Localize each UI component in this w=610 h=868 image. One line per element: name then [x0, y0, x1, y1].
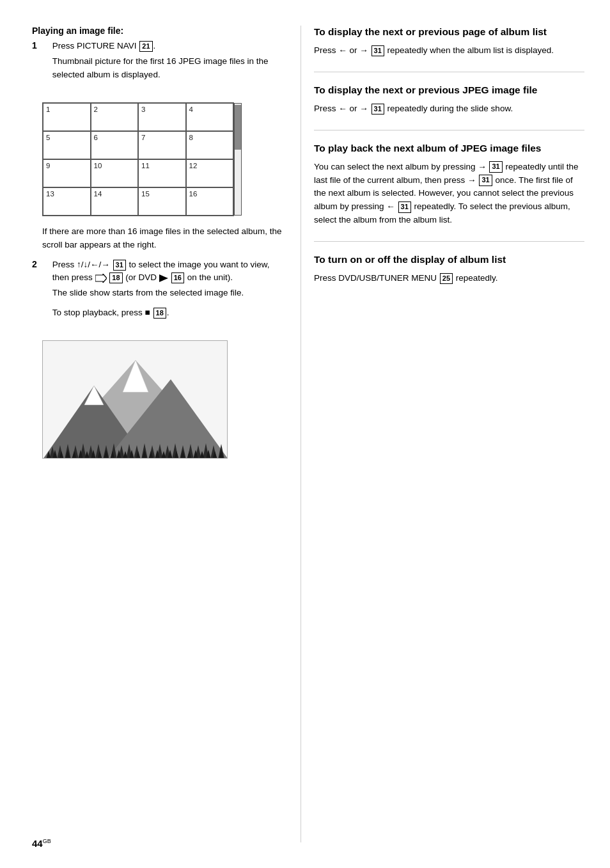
thumb-9: 9 [43, 159, 91, 187]
badge-s2-31: 31 [371, 104, 384, 114]
badge-stop-18: 18 [153, 308, 166, 319]
badge-step2-18: 18 [109, 272, 122, 283]
thumb-14: 14 [91, 187, 139, 216]
scrollbar [234, 103, 242, 216]
step2-text1: Press ↑/↓/←/→ 31 to select the image you… [52, 258, 288, 285]
step1-number: 1 [32, 40, 37, 96]
step2-stop: To stop playback, press ■ 18. [52, 306, 288, 320]
divider-2 [314, 130, 584, 130]
section1-title: To display the next or previous page of … [314, 26, 584, 39]
step1-line1: Press PICTURE NAVI [52, 41, 139, 51]
page-number-sup: GB [43, 838, 51, 844]
section3-body: You can select the next album by pressin… [314, 161, 584, 228]
divider-1 [314, 72, 584, 72]
badge-s4-25: 25 [440, 273, 453, 284]
step1-description: Thumbnail picture for the first 16 JPEG … [52, 55, 288, 82]
page-number: 44GB [32, 838, 51, 849]
section4-title: To turn on or off the display of album l… [314, 253, 584, 267]
svg-marker-1 [159, 274, 168, 282]
thumb-3: 3 [138, 103, 186, 131]
thumb-8: 8 [186, 131, 234, 159]
badge-step2-16: 16 [171, 272, 184, 283]
section-next-album: To play back the next album of JPEG imag… [314, 142, 584, 228]
page-number-value: 44 [32, 838, 43, 849]
divider-3 [314, 241, 584, 242]
badge-s1-31: 31 [371, 45, 384, 56]
thumb-2: 2 [91, 103, 139, 131]
step1-container: 1 Press PICTURE NAVI 21. Thumbnail pictu… [32, 40, 288, 96]
scrollbar-thumb [235, 105, 241, 150]
section2-body: Press ← or → 31 repeatedly during the sl… [314, 102, 584, 116]
thumb-1: 1 [43, 103, 91, 131]
section2-title: To display the next or previous JPEG ima… [314, 84, 584, 97]
thumb-13: 13 [43, 187, 91, 216]
step1-content: Press PICTURE NAVI 21. Thumbnail picture… [52, 40, 288, 88]
section-album-display: To turn on or off the display of album l… [314, 253, 584, 285]
thumb-12: 12 [186, 159, 234, 187]
section-album-list-page: To display the next or previous page of … [314, 26, 584, 58]
playing-section-title: Playing an image file: [32, 26, 288, 36]
page-container: Playing an image file: 1 Press PICTURE N… [0, 0, 610, 868]
badge-s3-31a: 31 [489, 161, 502, 172]
thumb-6: 6 [91, 131, 139, 159]
section4-body: Press DVD/USB/TUNER MENU 25 repeatedly. [314, 272, 584, 285]
grid-note: If there are more than 16 image files in… [42, 225, 288, 252]
step1-text: Press PICTURE NAVI 21. [52, 40, 288, 52]
thumb-5: 5 [43, 131, 91, 159]
thumb-15: 15 [138, 187, 186, 216]
section1-body: Press ← or → 31 repeatedly when the albu… [314, 44, 584, 58]
right-column: To display the next or previous page of … [301, 26, 584, 842]
thumbnail-grid-container: 1 2 3 4 5 6 7 8 9 10 11 12 13 14 15 16 [42, 102, 288, 252]
thumbnail-grid: 1 2 3 4 5 6 7 8 9 10 11 12 13 14 15 16 [42, 102, 234, 216]
thumb-4: 4 [186, 103, 234, 131]
badge-s3-31c: 31 [398, 201, 411, 212]
step2-number: 2 [32, 259, 37, 334]
section3-title: To play back the next album of JPEG imag… [314, 142, 584, 155]
thumb-7: 7 [138, 131, 186, 159]
svg-marker-0 [95, 274, 107, 283]
mountain-image [42, 340, 228, 459]
badge-21: 21 [139, 41, 152, 52]
left-column: Playing an image file: 1 Press PICTURE N… [32, 26, 301, 842]
thumb-11: 11 [138, 159, 186, 187]
badge-s3-31b: 31 [479, 175, 492, 185]
step2-container: 2 Press ↑/↓/←/→ 31 to select the image y… [32, 258, 288, 334]
step2-slideshow: The slide show starts from the selected … [52, 287, 288, 300]
thumb-10: 10 [91, 159, 139, 187]
step2-content: Press ↑/↓/←/→ 31 to select the image you… [52, 258, 288, 326]
section-jpeg-file: To display the next or previous JPEG ima… [314, 84, 584, 116]
mountain-image-container [42, 340, 288, 459]
badge-step2-31: 31 [113, 260, 126, 271]
thumb-16: 16 [186, 187, 234, 216]
